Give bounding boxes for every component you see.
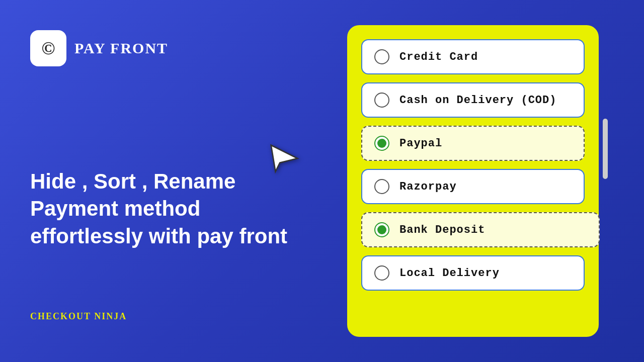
payment-methods-panel: Credit Card Cash on Delivery (COD) Paypa… xyxy=(347,25,599,337)
radio-cod[interactable] xyxy=(374,93,389,108)
payment-option-credit-card[interactable]: Credit Card xyxy=(361,39,585,74)
main-tagline: Hide , Sort , Rename Payment method effo… xyxy=(30,168,292,250)
payment-label-credit-card: Credit Card xyxy=(399,51,478,63)
cursor-arrow xyxy=(267,141,302,178)
payment-option-cod[interactable]: Cash on Delivery (COD) xyxy=(361,82,585,118)
left-section: © PAY FRONT Hide , Sort , Rename Payment… xyxy=(0,0,327,362)
scrollbar[interactable] xyxy=(603,119,608,179)
payment-option-local-delivery[interactable]: Local Delivery xyxy=(361,255,585,291)
logo-icon: © xyxy=(30,30,66,66)
svg-marker-0 xyxy=(271,145,298,172)
payment-label-paypal: Paypal xyxy=(399,137,442,150)
checkout-ninja-label: CHECKOUT NINJA xyxy=(30,311,297,332)
payment-label-razorpay: Razorpay xyxy=(399,180,457,193)
payment-option-razorpay[interactable]: Razorpay xyxy=(361,169,585,204)
radio-razorpay[interactable] xyxy=(374,179,389,194)
logo-name: PAY FRONT xyxy=(74,40,168,57)
radio-inner-paypal xyxy=(377,139,386,148)
radio-paypal[interactable] xyxy=(374,136,389,151)
radio-credit-card[interactable] xyxy=(374,49,389,64)
payment-option-bank-deposit[interactable]: Bank Deposit xyxy=(361,212,600,247)
logo-area: © PAY FRONT xyxy=(30,30,297,66)
radio-bank-deposit[interactable] xyxy=(374,222,389,237)
radio-inner-bank-deposit xyxy=(377,225,386,234)
payment-option-paypal[interactable]: Paypal xyxy=(361,126,585,161)
payment-label-local-delivery: Local Delivery xyxy=(399,267,500,280)
radio-local-delivery[interactable] xyxy=(374,265,389,281)
right-section: Credit Card Cash on Delivery (COD) Paypa… xyxy=(302,0,644,362)
payment-label-cod: Cash on Delivery (COD) xyxy=(399,94,556,107)
payment-label-bank-deposit: Bank Deposit xyxy=(399,224,485,236)
